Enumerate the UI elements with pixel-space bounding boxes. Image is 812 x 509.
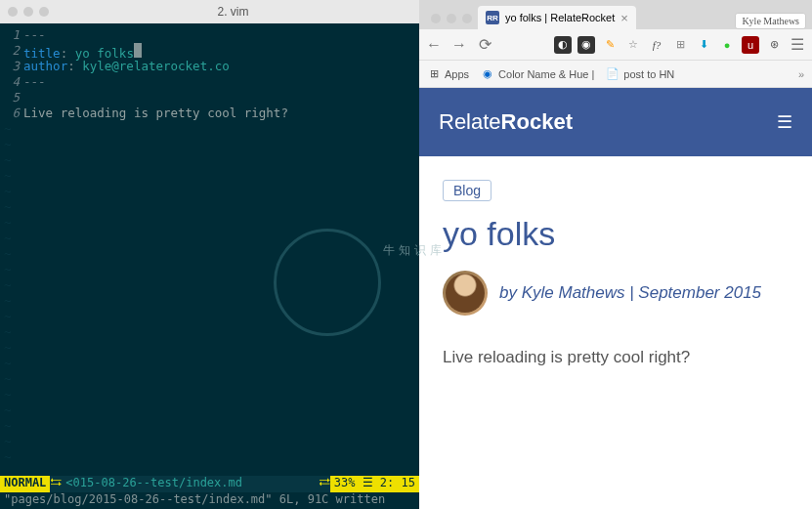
vim-line: author: kyle@relaterocket.co <box>23 59 419 74</box>
browser-tab[interactable]: RR yo folks | RelateRocket × <box>478 6 636 29</box>
zoom-light[interactable] <box>39 7 49 17</box>
vim-statusline: NORMAL ⮀ <015-08-26--test/index.md ⮂ 33%… <box>0 476 419 492</box>
vim-tilde: ~ <box>0 403 419 418</box>
vim-window-title: 2. vim <box>55 5 411 19</box>
breadcrumb-badge[interactable]: Blog <box>443 180 491 201</box>
favicon: RR <box>486 11 499 24</box>
menu-icon[interactable]: ☰ <box>789 36 806 54</box>
vim-tilde: ~ <box>0 356 419 371</box>
zoom-light[interactable] <box>462 14 472 23</box>
vim-tilde: ~ <box>0 231 419 246</box>
frontmatter-close: --- <box>23 74 419 90</box>
vim-tilde: ~ <box>0 340 419 356</box>
vim-titlebar: 2. vim <box>0 0 419 23</box>
vim-message: "pages/blog/2015-08-26--test/index.md" 6… <box>0 492 419 509</box>
ext-icon[interactable]: ◐ <box>554 36 572 54</box>
browser-toolbar: ← → ⟳ ◐ ◉ ✎ ☆ f? ⊞ ⬇ ● u ⊛ ☰ <box>419 29 812 61</box>
close-tab-icon[interactable]: × <box>620 11 628 25</box>
vim-tilde: ~ <box>0 168 419 184</box>
vim-line: title: yo folks <box>23 43 419 59</box>
bookmarks-bar: ⊞Apps ◉Color Name & Hue | 📄post to HN » <box>419 61 812 88</box>
apps-button[interactable]: ⊞Apps <box>427 67 469 81</box>
vim-window: 2. vim 1--- 2title: yo folks 3author: ky… <box>0 0 419 509</box>
profile-badge[interactable]: Kyle Mathews <box>735 13 806 29</box>
extension-icons: ◐ ◉ ✎ ☆ f? ⊞ ⬇ ● u ⊛ ☰ <box>554 36 806 54</box>
traffic-lights <box>425 14 478 29</box>
vim-tilde: ~ <box>0 199 419 215</box>
reload-button[interactable]: ⟳ <box>476 36 493 54</box>
vim-tilde: ~ <box>0 434 419 449</box>
site-header: RelateRocket ☰ <box>419 88 812 156</box>
vim-tilde: ~ <box>0 387 419 403</box>
byline-text: by Kyle Mathews | September 2015 <box>499 283 761 303</box>
vim-position: 33% ☰ 2: 15 <box>330 476 419 492</box>
ext-icon[interactable]: ◉ <box>577 36 595 54</box>
line-number: 4 <box>0 74 23 90</box>
bookmark-item[interactable]: ◉Color Name & Hue | <box>481 67 594 81</box>
line-number: 3 <box>0 59 23 74</box>
vim-line <box>23 90 419 106</box>
tab-title: yo folks | RelateRocket <box>505 12 615 23</box>
ublock-icon[interactable]: u <box>742 36 759 54</box>
vim-tilde: ~ <box>0 215 419 231</box>
close-light[interactable] <box>431 14 441 23</box>
minimize-light[interactable] <box>447 14 456 23</box>
vim-mode: NORMAL <box>0 476 50 492</box>
vim-tilde: ~ <box>0 137 419 152</box>
close-light[interactable] <box>8 7 18 17</box>
vim-tilde: ~ <box>0 184 419 199</box>
vim-tilde: ~ <box>0 121 419 137</box>
browser-window: RR yo folks | RelateRocket × Kyle Mathew… <box>419 0 812 509</box>
vim-tilde: ~ <box>0 324 419 340</box>
line-number: 6 <box>0 106 23 121</box>
vim-tilde: ~ <box>0 277 419 293</box>
post-body: Live reloading is pretty cool right? <box>443 345 789 370</box>
ext-icon[interactable]: f? <box>648 36 665 54</box>
vim-tilde: ~ <box>0 371 419 387</box>
vim-tilde: ~ <box>0 152 419 168</box>
site-logo[interactable]: RelateRocket <box>439 109 573 135</box>
nav-buttons: ← → ⟳ <box>425 36 493 54</box>
vim-tilde: ~ <box>0 262 419 277</box>
ext-icon[interactable]: ● <box>718 36 736 54</box>
back-button[interactable]: ← <box>425 36 443 54</box>
vim-tilde: ~ <box>0 293 419 309</box>
vim-tilde: ~ <box>0 449 419 465</box>
post-title: yo folks <box>443 215 789 253</box>
traffic-lights <box>8 7 49 17</box>
vim-filepath: <015-08-26--test/index.md <box>62 476 318 492</box>
frontmatter-open: --- <box>23 27 419 43</box>
minimize-light[interactable] <box>23 7 33 17</box>
hamburger-menu-icon[interactable]: ☰ <box>777 111 792 133</box>
forward-button[interactable]: → <box>450 36 468 54</box>
vim-tilde: ~ <box>0 418 419 434</box>
ext-icon[interactable]: ✎ <box>601 36 619 54</box>
author-avatar <box>443 271 488 316</box>
vim-tilde: ~ <box>0 309 419 324</box>
ext-icon[interactable]: ⊞ <box>671 36 689 54</box>
vim-tilde: ~ <box>0 246 419 262</box>
bookmarks-overflow-icon[interactable]: » <box>798 68 804 80</box>
cursor <box>134 43 142 58</box>
vim-buffer[interactable]: 1--- 2title: yo folks 3author: kyle@rela… <box>0 23 419 476</box>
ext-icon[interactable]: ⊛ <box>765 36 783 54</box>
line-number: 5 <box>0 90 23 106</box>
line-number: 1 <box>0 27 23 43</box>
ext-icon[interactable]: ☆ <box>624 36 642 54</box>
tab-strip: RR yo folks | RelateRocket × Kyle Mathew… <box>419 0 812 29</box>
ext-icon[interactable]: ⬇ <box>695 36 712 54</box>
line-number: 2 <box>0 43 23 59</box>
page-content: Blog yo folks by Kyle Mathews | Septembe… <box>419 156 812 509</box>
byline: by Kyle Mathews | September 2015 <box>443 271 789 316</box>
bookmark-item[interactable]: 📄post to HN <box>606 67 674 81</box>
vim-body-line: Live reloading is pretty cool right? <box>23 106 419 121</box>
